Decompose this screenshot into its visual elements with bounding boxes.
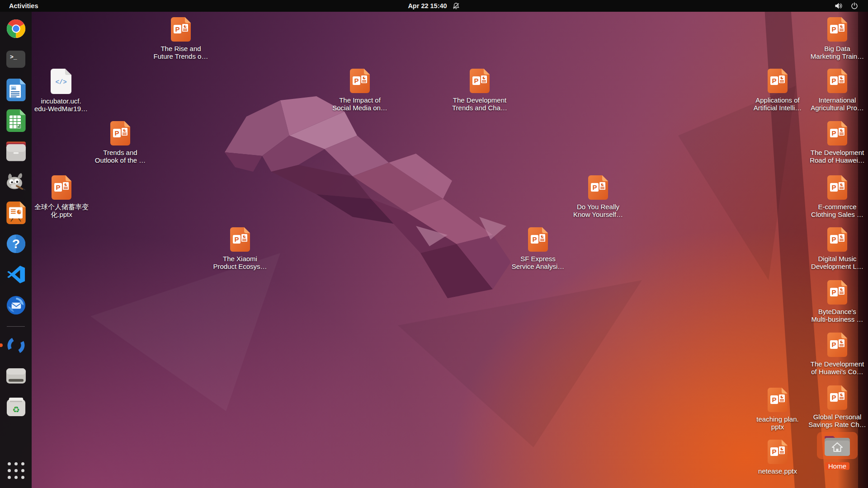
- pptx-file-icon: P: [350, 69, 370, 93]
- pptx-file-icon: P: [827, 175, 847, 200]
- desktop-icon-label: Big DataMarketing Train…: [811, 45, 864, 60]
- trash-icon: ♻: [6, 397, 26, 417]
- svg-text:>_: >_: [10, 54, 17, 61]
- desktop-icon-international-agricultural-pro[interactable]: P InternationalAgricultural Pro…: [810, 69, 864, 112]
- dock-vscode[interactable]: [5, 264, 27, 285]
- svg-text:P: P: [772, 396, 776, 404]
- dock-software-updater[interactable]: [5, 335, 27, 356]
- desktop-icon-home[interactable]: Home: [810, 432, 864, 470]
- desktop-icon-digital-music-development[interactable]: P Digital MusicDevelopment L…: [810, 227, 864, 270]
- dock-chrome[interactable]: [5, 18, 27, 39]
- desktop-icon-trends-and-outlook[interactable]: P Trends andOutlook of the …: [93, 121, 147, 164]
- pptx-file-icon: P: [588, 175, 608, 200]
- desktop-icon-label: Digital MusicDevelopment L…: [811, 255, 863, 270]
- desktop-icon-global-personal-savings-rate[interactable]: P Global PersonalSavings Rate Ch…: [810, 385, 864, 428]
- desktop-icon-global-personal-savings-cn[interactable]: P 全球个人储蓄率变化.pptx: [34, 175, 89, 218]
- pptx-file-icon: P: [110, 121, 130, 145]
- code-file-icon: </>: [51, 69, 71, 94]
- clock-button[interactable]: Apr 22 15:40: [402, 2, 465, 10]
- desktop-icon-do-you-really-know-yourself[interactable]: P Do You ReallyKnow Yourself…: [571, 175, 625, 218]
- desktop-icon-xiaomi-product-ecosys[interactable]: P The XiaomiProduct Ecosys…: [213, 227, 267, 270]
- desktop-icon-label: Do You ReallyKnow Yourself…: [573, 203, 623, 218]
- desktop-icon-rise-and-future-trends[interactable]: P The Rise andFuture Trends o…: [154, 17, 208, 60]
- svg-text:P: P: [831, 235, 836, 243]
- pptx-file-icon: P: [827, 69, 847, 93]
- svg-text:P: P: [474, 77, 478, 84]
- gimp-icon: [5, 172, 26, 192]
- dock-libreoffice-writer[interactable]: [5, 80, 27, 100]
- terminal-icon: >_: [6, 50, 26, 69]
- desktop-icon-sf-express-service-analysi[interactable]: P SF ExpressService Analysi…: [511, 227, 565, 270]
- pptx-file-icon: P: [171, 17, 191, 42]
- pptx-file-icon: P: [768, 440, 788, 464]
- pptx-file-icon: P: [52, 175, 71, 200]
- svg-text:P: P: [354, 77, 359, 84]
- desktop-icon-development-road-of-huawei[interactable]: P The DevelopmentRoad of Huawei…: [810, 121, 864, 164]
- pptx-file-icon: P: [528, 227, 548, 252]
- svg-text:♻: ♻: [12, 405, 20, 414]
- dock-separator: [7, 326, 25, 327]
- desktop-icon-label: E-commerceClothing Sales …: [811, 203, 863, 218]
- desktop-icon-bytedance-multi-business[interactable]: P ByteDance'sMulti-business …: [810, 280, 864, 323]
- svg-text:P: P: [592, 183, 597, 191]
- desktop-icon-label: Home: [825, 462, 849, 470]
- desktop-icon-label: incubator.ucf.edu-WedMar19…: [34, 97, 88, 113]
- desktop-icon-label: The Rise andFuture Trends o…: [154, 45, 208, 60]
- svg-text:</>: </>: [55, 79, 66, 86]
- svg-text:P: P: [56, 183, 60, 191]
- desktop-icon-label: The XiaomiProduct Ecosys…: [213, 255, 267, 270]
- svg-text:P: P: [175, 25, 179, 33]
- dock-libreoffice-impress[interactable]: [5, 202, 27, 223]
- svg-text:P: P: [831, 394, 836, 401]
- desktop-icon-netease[interactable]: P netease.pptx: [750, 440, 805, 475]
- desktop-icon-label: teaching plan.pptx: [756, 415, 798, 431]
- desktop-icon-label: Global PersonalSavings Rate Ch…: [808, 413, 866, 428]
- clock-label: Apr 22 15:40: [408, 2, 447, 9]
- top-bar: Activities Apr 22 15:40: [0, 0, 868, 12]
- dock-terminal[interactable]: >_: [5, 49, 27, 70]
- dock-thunderbird[interactable]: [5, 295, 27, 315]
- pptx-file-icon: P: [827, 121, 847, 145]
- software-updater-icon: [6, 335, 26, 356]
- system-status-button[interactable]: [831, 1, 862, 10]
- dock-trash[interactable]: ♻: [5, 396, 27, 417]
- svg-text:P: P: [234, 235, 239, 243]
- desktop-icon-e-commerce-clothing-sales[interactable]: P E-commerceClothing Sales …: [810, 175, 864, 218]
- svg-text:P: P: [831, 341, 836, 348]
- dock-gimp[interactable]: [5, 172, 27, 192]
- volume-icon: [835, 2, 843, 9]
- dock-help[interactable]: ?: [5, 233, 27, 254]
- dock-libreoffice-calc[interactable]: [5, 110, 27, 131]
- svg-text:P: P: [532, 235, 537, 243]
- desktop-icon-layer: P The Rise andFuture Trends o… </>incuba…: [0, 0, 868, 488]
- desktop-icon-teaching-plan[interactable]: P teaching plan.pptx: [750, 388, 805, 431]
- libreoffice-writer-icon: [6, 79, 26, 101]
- svg-text:P: P: [114, 129, 119, 137]
- desktop-icon-incubator-ucf-edu[interactable]: </>incubator.ucf.edu-WedMar19…: [34, 69, 88, 113]
- desktop-icon-development-of-huaweis-co[interactable]: P The Developmentof Huawei's Co…: [810, 333, 864, 375]
- pptx-file-icon: P: [230, 227, 250, 252]
- chrome-icon: [6, 19, 26, 39]
- pptx-file-icon: P: [827, 385, 847, 410]
- desktop-icon-label: SF ExpressService Analysi…: [512, 255, 565, 270]
- desktop-icon-label: ByteDance'sMulti-business …: [811, 308, 863, 323]
- power-icon: [851, 2, 858, 9]
- desktop-icon-label: The DevelopmentRoad of Huawei…: [810, 149, 865, 164]
- dock-disks[interactable]: [5, 366, 27, 386]
- libreoffice-impress-icon: [6, 202, 26, 224]
- desktop-icon-label: netease.pptx: [758, 467, 797, 475]
- desktop-icon-development-trends-and-cha[interactable]: P The DevelopmentTrends and Cha…: [453, 69, 507, 112]
- desktop-icon-impact-of-social-media[interactable]: P The Impact ofSocial Media on…: [333, 69, 387, 112]
- activities-button[interactable]: Activities: [5, 2, 42, 10]
- dock-show-applications[interactable]: [5, 460, 27, 481]
- svg-text:P: P: [772, 77, 776, 84]
- thunderbird-icon: [6, 295, 26, 315]
- pptx-file-icon: P: [827, 280, 847, 305]
- home-folder-icon: [817, 432, 858, 459]
- desktop-icon-applications-of-artificial-intelli[interactable]: P Applications ofArtificial Intelli…: [750, 69, 805, 112]
- pptx-file-icon: P: [827, 227, 847, 252]
- desktop-icon-big-data-marketing-train[interactable]: P Big DataMarketing Train…: [810, 17, 864, 60]
- dock-files[interactable]: [5, 141, 27, 162]
- svg-text:P: P: [772, 448, 776, 455]
- pptx-file-icon: P: [470, 69, 490, 93]
